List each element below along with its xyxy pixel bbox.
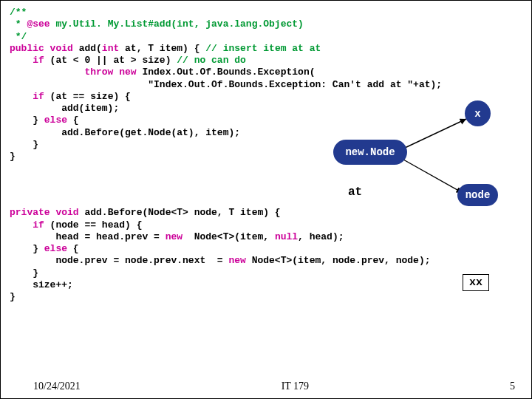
keyword: private void xyxy=(10,207,79,218)
keyword: if xyxy=(10,55,44,66)
code: Node<T>(item, xyxy=(183,231,275,242)
comment: // insert item at at xyxy=(205,43,321,54)
comment: /** xyxy=(10,7,27,18)
comment: */ xyxy=(10,31,27,42)
keyword: else xyxy=(44,243,67,254)
code: add( xyxy=(73,43,102,54)
code: } xyxy=(10,291,16,302)
code: } xyxy=(10,139,38,150)
code: (at == size) { xyxy=(44,91,131,102)
code: } xyxy=(10,243,44,254)
code: (at < 0 || at > size) xyxy=(44,55,177,66)
footer-course: IT 179 xyxy=(282,381,309,392)
comment: // no can do xyxy=(177,55,246,66)
keyword: int xyxy=(102,43,119,54)
code: { xyxy=(67,243,79,254)
keyword: if xyxy=(10,91,44,102)
code: add(item); xyxy=(10,103,119,114)
comment: * xyxy=(10,18,27,30)
slide-footer: 10/24/2021 IT 179 5 xyxy=(1,381,531,392)
code: size++; xyxy=(10,279,73,290)
footer-page: 5 xyxy=(510,381,515,392)
keyword: new xyxy=(228,255,245,266)
keyword: else xyxy=(44,115,67,126)
code: , head); xyxy=(298,231,344,242)
code: Node<T>(item, node.prev, node); xyxy=(246,255,431,266)
code: (node == head) { xyxy=(44,219,143,231)
code: } xyxy=(10,267,38,279)
keyword: throw new xyxy=(10,66,137,78)
code: { xyxy=(67,115,79,126)
code: } xyxy=(10,115,44,126)
keyword: public void xyxy=(10,43,73,54)
keyword: null xyxy=(275,231,298,242)
code: add.Before(get.Node(at), item); xyxy=(10,127,240,138)
code: } xyxy=(10,151,16,162)
node-newnode: new.Node xyxy=(333,140,407,165)
code: node.prev = node.prev.next = xyxy=(10,255,228,266)
comment: my.Util. My.List#add(int, java.lang.Obje… xyxy=(50,18,304,30)
footer-date: 10/24/2021 xyxy=(33,381,81,392)
keyword: @see xyxy=(27,18,50,30)
code: add.Before(Node<T> node, T item) { xyxy=(79,207,281,218)
code: at, T item) { xyxy=(119,43,205,54)
code: head = head.prev = xyxy=(10,231,166,242)
svg-line-0 xyxy=(403,119,466,149)
keyword: new xyxy=(166,231,183,242)
code-block-2: private void add.Before(Node<T> node, T … xyxy=(1,163,531,303)
node-x: x xyxy=(465,100,491,126)
keyword: if xyxy=(10,219,44,231)
